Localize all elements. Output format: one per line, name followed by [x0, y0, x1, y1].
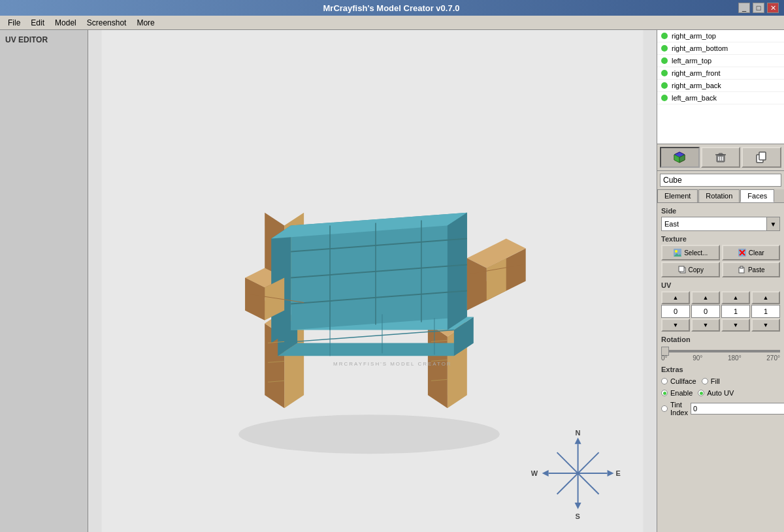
copy-icon: [678, 265, 687, 274]
menu-model[interactable]: Model: [50, 17, 82, 29]
list-item[interactable]: left_arm_top: [657, 55, 784, 67]
uv-up-arrows: ▲ ▲ ▲ ▲: [661, 291, 780, 304]
menu-edit[interactable]: Edit: [25, 17, 50, 29]
auto-uv-row: Auto UV: [698, 389, 734, 397]
tab-rotation[interactable]: Rotation: [698, 189, 740, 202]
uv-editor-label: UV EDITOR: [5, 35, 82, 44]
texture-btn-row: Select... Clear: [661, 245, 780, 260]
rot-0: 0°: [661, 354, 668, 362]
tint-index-row: Tint Index: [661, 401, 780, 416]
tab-element[interactable]: Element: [657, 189, 698, 202]
3d-viewport: MRCRAYFISH'S MODEL CREATOR N S E W: [88, 30, 657, 532]
uv-up-2[interactable]: ▲: [721, 291, 750, 304]
cullface-radio[interactable]: [661, 378, 668, 384]
side-dropdown-row: North South East West Top Bottom ▼: [661, 217, 780, 231]
list-item[interactable]: left_arm_back: [657, 92, 784, 104]
tint-index-label: Tint Index: [670, 401, 688, 416]
element-list-container: right_arm_topright_arm_bottomleft_arm_to…: [657, 30, 784, 144]
tab-faces[interactable]: Faces: [740, 189, 774, 202]
svg-text:S: S: [576, 512, 580, 520]
toolbar-buttons: [657, 144, 784, 171]
svg-text:MRCRAYFISH'S MODEL CREATOR: MRCRAYFISH'S MODEL CREATOR: [333, 361, 452, 367]
uv-values-row: 0 0 1 1: [661, 305, 780, 318]
tabs: Element Rotation Faces: [657, 189, 784, 203]
element-list: right_arm_topright_arm_bottomleft_arm_to…: [657, 30, 784, 144]
maximize-button[interactable]: □: [753, 3, 764, 13]
side-dropdown[interactable]: North South East West Top Bottom: [661, 217, 767, 231]
svg-rect-81: [740, 266, 743, 268]
uv-up-3[interactable]: ▲: [751, 291, 780, 304]
paste-icon: [737, 265, 746, 274]
list-item[interactable]: right_arm_bottom: [657, 42, 784, 55]
fill-radio[interactable]: [702, 378, 708, 384]
auto-uv-radio[interactable]: [698, 390, 704, 396]
paste-texture-button[interactable]: Paste: [722, 262, 781, 277]
uv-down-2[interactable]: ▼: [721, 319, 750, 332]
svg-rect-79: [679, 266, 684, 272]
extras-label: Extras: [661, 366, 780, 373]
rot-270: 270°: [766, 354, 780, 362]
select-texture-button[interactable]: Select...: [661, 245, 720, 260]
list-item[interactable]: right_arm_front: [657, 67, 784, 80]
rotation-slider[interactable]: [661, 350, 780, 352]
rot-180: 180°: [728, 354, 742, 362]
enable-row: Enable: [661, 389, 693, 397]
enable-radio[interactable]: [661, 390, 668, 396]
viewport: MRCRAYFISH'S MODEL CREATOR N S E W: [88, 30, 657, 532]
duplicate-tool-button[interactable]: [742, 147, 781, 168]
side-label: Side: [661, 207, 780, 215]
clear-texture-button[interactable]: Clear: [722, 245, 781, 260]
rot-90: 90°: [693, 354, 702, 362]
svg-point-1: [238, 415, 499, 454]
properties-panel: Side North South East West Top Bottom ▼ …: [657, 203, 784, 532]
svg-text:E: E: [616, 469, 621, 477]
uv-value-3: 1: [751, 305, 780, 318]
menu-screenshot[interactable]: Screenshot: [82, 17, 132, 29]
uv-value-2: 1: [721, 305, 750, 318]
side-dropdown-arrow[interactable]: ▼: [767, 217, 780, 231]
uv-down-1[interactable]: ▼: [691, 319, 720, 332]
cullface-label: Cullface: [670, 377, 696, 385]
cube-tool-button[interactable]: [660, 147, 700, 168]
right-panel: right_arm_topright_arm_bottomleft_arm_to…: [657, 30, 784, 532]
uv-value-0: 0: [661, 305, 690, 318]
uv-up-1[interactable]: ▲: [691, 291, 720, 304]
enable-label: Enable: [670, 389, 693, 397]
fill-label: Fill: [711, 377, 720, 385]
element-name-field[interactable]: [660, 174, 781, 187]
main-container: UV EDITOR: [0, 30, 784, 532]
uv-down-3[interactable]: ▼: [751, 319, 780, 332]
fill-row: Fill: [702, 377, 720, 385]
uv-label: UV: [661, 281, 780, 289]
left-panel: UV EDITOR: [0, 30, 88, 532]
texture-label: Texture: [661, 235, 780, 243]
minimize-button[interactable]: _: [738, 3, 750, 13]
svg-text:W: W: [531, 469, 538, 477]
svg-rect-71: [759, 152, 766, 160]
svg-text:N: N: [576, 429, 581, 437]
menu-bar: File Edit Model Screenshot More: [0, 16, 784, 30]
close-button[interactable]: ✕: [767, 3, 779, 13]
clear-icon: [738, 248, 747, 257]
uv-value-1: 0: [691, 305, 720, 318]
svg-marker-17: [278, 343, 474, 356]
menu-more[interactable]: More: [131, 17, 159, 29]
window-controls[interactable]: _ □ ✕: [738, 3, 779, 13]
menu-file[interactable]: File: [3, 17, 25, 29]
auto-uv-label: Auto UV: [707, 389, 734, 397]
uv-up-0[interactable]: ▲: [661, 291, 690, 304]
uv-down-0[interactable]: ▼: [661, 319, 690, 332]
tint-index-input[interactable]: [691, 403, 784, 415]
tint-index-radio[interactable]: [661, 405, 668, 412]
svg-marker-24: [448, 213, 467, 330]
rotation-label: Rotation: [661, 336, 780, 343]
title-bar: MrCrayfish's Model Creator v0.7.0 _ □ ✕: [0, 0, 784, 16]
cullface-row: Cullface: [661, 377, 696, 385]
copy-paste-btn-row: Copy Paste: [661, 262, 780, 277]
uv-down-arrows: ▼ ▼ ▼ ▼: [661, 319, 780, 332]
list-item[interactable]: right_arm_top: [657, 30, 784, 42]
delete-tool-button[interactable]: [701, 147, 741, 168]
window-title: MrCrayfish's Model Creator v0.7.0: [44, 3, 738, 13]
copy-texture-button[interactable]: Copy: [661, 262, 720, 277]
list-item[interactable]: right_arm_back: [657, 80, 784, 92]
